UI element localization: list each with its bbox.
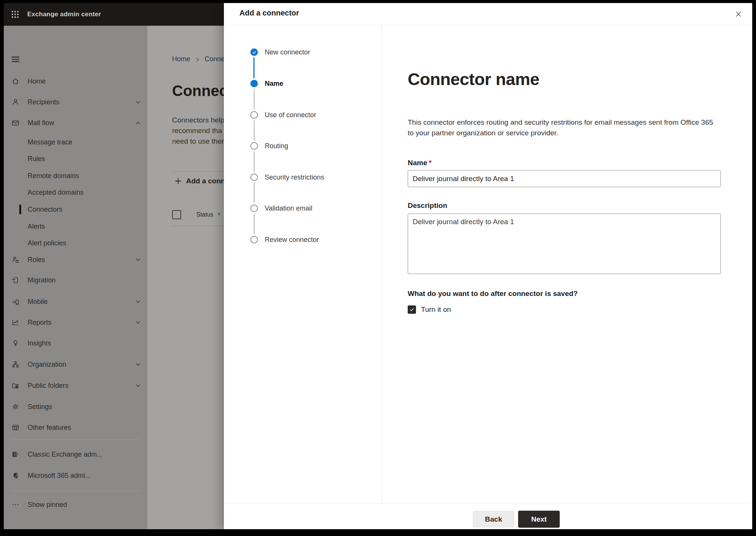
sort-arrow-icon bbox=[216, 212, 222, 217]
chevron-down-icon bbox=[134, 298, 142, 305]
sidebar-item-other-features[interactable]: Other features bbox=[4, 420, 147, 435]
step-connector-line bbox=[254, 214, 255, 234]
sidebar-item-remote-domains[interactable]: Remote domains bbox=[4, 168, 147, 183]
step-security-restrictions[interactable]: Security restrictions bbox=[224, 170, 375, 185]
sidebar-item-settings[interactable]: Settings bbox=[4, 399, 147, 414]
chevron-down-icon bbox=[134, 361, 142, 368]
sidebar-item-microsoft-365-admin[interactable]: Microsoft 365 admi... bbox=[4, 468, 147, 483]
sidebar-item-rules[interactable]: Rules bbox=[4, 151, 147, 166]
step-upcoming-circle bbox=[250, 174, 258, 181]
hamburger-menu-icon[interactable] bbox=[11, 52, 26, 67]
line-chart-icon bbox=[11, 318, 20, 327]
sidebar-item-insights[interactable]: Insights bbox=[4, 336, 147, 351]
name-field-label: Name* bbox=[408, 159, 432, 167]
document-arrow-icon bbox=[11, 276, 20, 284]
breadcrumb-current: Conne bbox=[205, 55, 225, 63]
step-upcoming-circle bbox=[250, 236, 258, 243]
exchange-logo-icon bbox=[11, 450, 20, 459]
table-grid-icon bbox=[11, 423, 20, 432]
chevron-down-icon bbox=[134, 382, 142, 389]
stepper-content-divider bbox=[381, 25, 382, 504]
description-textarea[interactable]: Deliver journal directly to Area 1 bbox=[408, 214, 721, 274]
org-chart-icon bbox=[11, 360, 20, 369]
chevron-down-icon bbox=[134, 98, 142, 106]
app-title: Exchange admin center bbox=[27, 11, 101, 18]
selected-indicator bbox=[19, 204, 21, 214]
check-icon bbox=[409, 307, 414, 312]
step-connector-line bbox=[254, 151, 255, 172]
step-routing[interactable]: Routing bbox=[224, 138, 375, 153]
ellipsis-icon bbox=[11, 500, 20, 509]
step-upcoming-circle bbox=[250, 142, 258, 150]
person-badge-icon bbox=[11, 256, 20, 264]
step-review-connector[interactable]: Review connector bbox=[224, 232, 375, 247]
sidebar-item-show-pinned[interactable]: Show pinned bbox=[4, 497, 147, 512]
sidebar-item-mobile[interactable]: Mobile bbox=[4, 294, 147, 309]
app-launcher-waffle-icon[interactable] bbox=[11, 10, 20, 19]
next-button[interactable]: Next bbox=[518, 511, 560, 528]
step-validation-email[interactable]: Validation email bbox=[224, 201, 375, 216]
required-asterisk: * bbox=[429, 159, 432, 167]
chevron-down-icon bbox=[134, 319, 142, 326]
breadcrumb-home-link[interactable]: Home bbox=[172, 55, 190, 63]
sidebar-divider bbox=[11, 440, 140, 440]
description-field-label: Description bbox=[408, 201, 447, 210]
sidebar-item-mail-flow[interactable]: Mail flow bbox=[4, 115, 147, 130]
turn-it-on-label: Turn it on bbox=[421, 305, 451, 314]
sidebar-divider bbox=[11, 491, 140, 491]
step-name[interactable]: Name bbox=[224, 76, 375, 91]
mobile-chart-icon bbox=[11, 297, 20, 306]
connector-description-text: This connector enforces routing and secu… bbox=[408, 117, 721, 138]
plus-icon bbox=[174, 177, 182, 185]
add-connector-dialog: Add a connector New connector Name bbox=[224, 3, 752, 529]
back-button[interactable]: Back bbox=[473, 511, 514, 528]
breadcrumb: Home Conne bbox=[172, 55, 225, 63]
page-intro-text: Connectors help recommend tha need to us… bbox=[172, 115, 224, 147]
mail-icon bbox=[11, 119, 20, 127]
sidebar-item-public-folders[interactable]: Public folders bbox=[4, 378, 147, 393]
sidebar-item-roles[interactable]: Roles bbox=[4, 252, 147, 267]
sidebar-item-accepted-domains[interactable]: Accepted domains bbox=[4, 185, 147, 200]
table-header-row: Status bbox=[172, 210, 222, 219]
sidebar-item-connectors[interactable]: Connectors bbox=[4, 202, 147, 217]
sidebar-item-recipients[interactable]: Recipients bbox=[4, 94, 147, 110]
folder-globe-icon bbox=[11, 381, 20, 390]
lightbulb-icon bbox=[11, 339, 20, 347]
sidebar-item-alert-policies[interactable]: Alert policies bbox=[4, 235, 147, 251]
dialog-header: Add a connector bbox=[224, 3, 752, 25]
name-input[interactable] bbox=[408, 170, 721, 187]
status-column-header[interactable]: Status bbox=[196, 211, 213, 218]
sidebar-item-classic-exchange-admin[interactable]: Classic Exchange adm... bbox=[4, 447, 147, 462]
office-logo-icon bbox=[11, 471, 20, 480]
step-connector-line bbox=[254, 120, 255, 141]
connector-name-heading: Connector name bbox=[408, 70, 539, 89]
step-use-of-connector[interactable]: Use of connector bbox=[224, 107, 375, 122]
home-icon bbox=[11, 77, 20, 85]
chevron-right-icon bbox=[194, 56, 201, 63]
sidebar-item-migration[interactable]: Migration bbox=[4, 273, 147, 288]
add-connector-button[interactable]: Add a conn bbox=[174, 177, 225, 185]
sidebar-item-alerts[interactable]: Alerts bbox=[4, 219, 147, 234]
turn-it-on-checkbox-row[interactable]: Turn it on bbox=[408, 305, 451, 314]
after-save-question: What do you want to do after connector i… bbox=[408, 290, 578, 298]
close-icon[interactable] bbox=[732, 8, 745, 20]
step-new-connector[interactable]: New connector bbox=[224, 45, 375, 60]
sidebar-item-organization[interactable]: Organization bbox=[4, 357, 147, 372]
step-current-dot bbox=[250, 80, 258, 87]
step-connector-line bbox=[254, 183, 255, 203]
dialog-footer: Back Next bbox=[224, 503, 752, 529]
sidebar-nav: Home Recipients Mail flow Message trace … bbox=[4, 26, 147, 529]
select-all-checkbox[interactable] bbox=[172, 210, 181, 219]
sidebar-item-home[interactable]: Home bbox=[4, 74, 147, 89]
sidebar-item-reports[interactable]: Reports bbox=[4, 315, 147, 330]
page-title: Connec bbox=[172, 82, 228, 99]
step-connector-line bbox=[253, 57, 255, 78]
sidebar-item-message-trace[interactable]: Message trace bbox=[4, 135, 147, 150]
step-upcoming-circle bbox=[250, 204, 258, 212]
step-completed-check-icon bbox=[250, 48, 258, 56]
person-icon bbox=[11, 98, 20, 106]
step-upcoming-circle bbox=[250, 111, 258, 119]
chevron-down-icon bbox=[134, 256, 142, 263]
checked-checkbox[interactable] bbox=[408, 305, 416, 314]
chevron-up-icon bbox=[134, 119, 142, 127]
